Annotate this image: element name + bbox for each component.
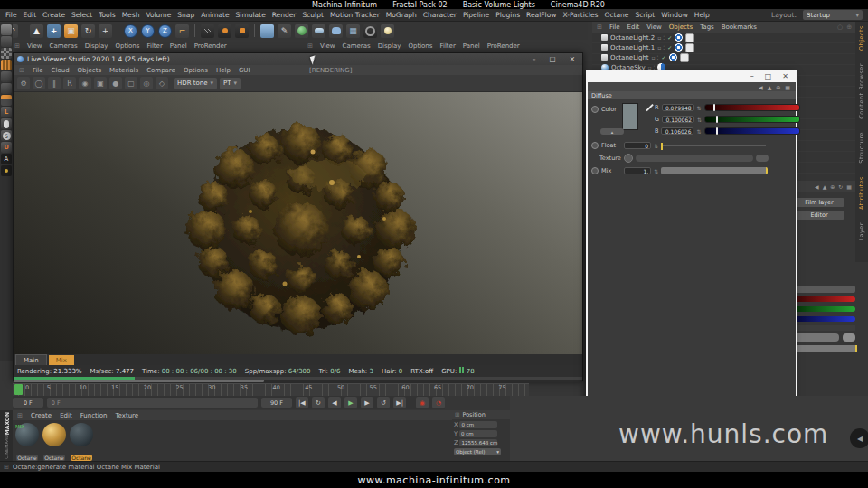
spinner-icon[interactable]: ⇅ — [697, 105, 702, 111]
layout-dropdown[interactable]: Startup ▾ — [803, 10, 863, 20]
enabled-check-icon[interactable]: ✓ — [667, 34, 672, 41]
maximize-button[interactable]: □ — [550, 55, 556, 63]
om-menu-file[interactable]: File — [609, 23, 620, 31]
vp-menu-view[interactable]: View — [320, 42, 335, 50]
mix-toggle-icon[interactable] — [591, 167, 599, 174]
attr-texture-browse-button[interactable] — [843, 333, 855, 342]
float-value-field[interactable]: 0 — [624, 142, 651, 149]
camera-icon[interactable] — [363, 24, 377, 38]
menu-create[interactable]: Create — [42, 11, 65, 19]
panel-grid-icon[interactable]: ⊞ — [14, 42, 20, 50]
settings-gear-icon[interactable]: ⚙ — [17, 77, 30, 89]
octane-light-tag-icon[interactable] — [669, 53, 677, 61]
pause-render-icon[interactable]: ‖ — [48, 77, 61, 89]
color-toggle-icon[interactable] — [591, 106, 599, 113]
next-frame-button[interactable]: ▶ — [361, 397, 373, 408]
refresh-icon[interactable]: ↻ — [838, 183, 843, 190]
go-to-end-button[interactable]: ▶| — [393, 397, 406, 408]
menu-window[interactable]: Window — [661, 11, 688, 19]
visibility-dots-icon[interactable]: ▫ ⁚ — [652, 54, 659, 61]
kernel-dropdown[interactable]: PT ▾ — [220, 78, 241, 89]
minimize-button[interactable]: – — [750, 72, 754, 80]
light-icon[interactable] — [381, 24, 394, 38]
menu-file[interactable]: File — [5, 11, 17, 19]
menu-mesh[interactable]: Mesh — [122, 11, 140, 19]
stop-render-icon[interactable]: ◯ — [33, 77, 45, 89]
model-mode-icon[interactable] — [1, 36, 12, 47]
float-slider[interactable] — [661, 145, 766, 146]
compositing-tag-icon[interactable] — [685, 33, 694, 42]
om-menu-bookmarks[interactable]: Bookmarks — [722, 23, 757, 31]
visibility-dots-icon[interactable]: ▫ ⁚ — [657, 44, 665, 51]
loop-mode-button[interactable]: ↺ — [377, 397, 390, 408]
vp-menu-cameras[interactable]: Cameras — [50, 42, 78, 50]
compositing-tag-icon[interactable] — [680, 53, 689, 62]
restart-render-icon[interactable]: R — [63, 77, 76, 89]
om-menu-edit[interactable]: Edit — [627, 23, 640, 31]
visibility-dots-icon[interactable]: ▫ ⁚ — [657, 34, 665, 41]
editor-button[interactable]: Editor — [794, 211, 844, 220]
lv-menu-help[interactable]: Help — [216, 67, 231, 74]
float-slider-handle[interactable] — [661, 143, 663, 150]
lv-menu-materials[interactable]: Materials — [109, 67, 138, 74]
lock-resolution-icon[interactable]: ▣ — [94, 77, 107, 89]
previous-frame-button[interactable]: ◀ — [328, 397, 341, 408]
vp-menu-options[interactable]: Options — [115, 42, 139, 50]
position-y-field[interactable]: 0 cm — [459, 430, 497, 437]
points-mode-icon[interactable] — [1, 71, 12, 82]
search-icon[interactable]: ○ — [837, 23, 843, 31]
tab-attributes[interactable]: Attributes — [858, 176, 865, 210]
om-menu-objects[interactable]: Objects — [669, 23, 693, 31]
spinner-icon[interactable]: ⇅ — [654, 168, 658, 174]
magnet-icon[interactable]: U — [1, 142, 12, 153]
lock-icon[interactable] — [1, 165, 12, 176]
menu-simulate[interactable]: Simulate — [236, 11, 266, 19]
mm-menu-create[interactable]: Create — [31, 412, 52, 419]
spinner-icon[interactable]: ⇅ — [654, 143, 658, 149]
mix-value-field[interactable]: 1. — [624, 167, 651, 174]
material-thumbnail-mix[interactable]: MIX Octane — [14, 422, 40, 464]
grid-icon[interactable]: ▦ — [846, 183, 852, 190]
focus-picker-icon[interactable]: ◉ — [79, 77, 91, 89]
vp-menu-view[interactable]: View — [27, 42, 42, 50]
menu-render[interactable]: Render — [272, 11, 297, 19]
diffuse-section-header[interactable]: Diffuse — [588, 91, 796, 99]
volume-builder-icon[interactable] — [329, 24, 343, 38]
menu-script[interactable]: Script — [635, 11, 655, 19]
vp-menu-filter[interactable]: Filter — [146, 42, 162, 50]
axis-z-lock-icon[interactable]: Z — [158, 24, 172, 38]
menu-sculpt[interactable]: Sculpt — [302, 11, 323, 19]
lv-menu-gui[interactable]: GUI — [239, 67, 250, 74]
menu-realflow[interactable]: RealFlow — [526, 11, 556, 19]
vp-menu-filter[interactable]: Filter — [439, 42, 455, 50]
lv-menu-options[interactable]: Options — [184, 67, 208, 74]
object-row-octanelight[interactable]: OctaneLight ▫ ⁚ ✓ — [592, 52, 855, 62]
tab-material-node[interactable]: Mix — [49, 355, 74, 365]
rotate-tool-icon[interactable]: ↻ — [81, 24, 95, 38]
edges-mode-icon[interactable] — [1, 83, 12, 94]
maximize-button[interactable]: □ — [765, 72, 772, 80]
cube-primitive-icon[interactable] — [260, 24, 274, 38]
eyedropper-icon[interactable] — [642, 105, 651, 114]
vp-menu-panel[interactable]: Panel — [463, 42, 480, 50]
menu-character[interactable]: Character — [423, 11, 457, 19]
scale-tool-icon[interactable]: ▣ — [64, 24, 78, 38]
mm-menu-function[interactable]: Function — [80, 412, 108, 419]
om-menu-view[interactable]: View — [646, 23, 662, 31]
position-x-field[interactable]: 0 cm — [459, 421, 497, 428]
material-ball-icon[interactable]: ● — [109, 77, 122, 89]
record-keyframe-button[interactable]: ◉ — [416, 397, 429, 408]
up-arrow-icon[interactable]: ▲ — [823, 183, 827, 190]
sphere-generator-icon[interactable] — [295, 24, 308, 38]
film-layer-button[interactable]: Film layer — [794, 198, 844, 207]
vp-menu-cameras[interactable]: Cameras — [343, 42, 371, 50]
tab-structure[interactable]: Structure — [858, 132, 865, 164]
bookmark-icon[interactable]: ⊕ — [846, 23, 852, 31]
select-cursor-icon[interactable]: ▲ — [30, 24, 43, 38]
octane-light-tag-icon[interactable] — [675, 33, 683, 42]
texture-field[interactable] — [636, 155, 753, 162]
grid-icon[interactable]: ▦ — [785, 84, 790, 90]
render-settings-icon[interactable] — [235, 24, 249, 38]
end-frame-field[interactable]: 90 F — [261, 398, 292, 408]
lv-menu-file[interactable]: File — [33, 67, 43, 74]
